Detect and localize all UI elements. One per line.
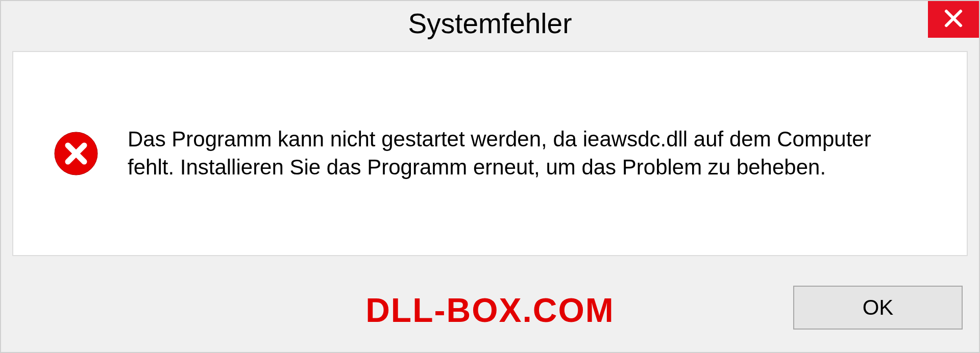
content-panel: Das Programm kann nicht gestartet werden… [12, 51, 968, 256]
close-button[interactable] [928, 1, 979, 38]
dialog-title: Systemfehler [408, 7, 572, 40]
titlebar: Systemfehler [1, 1, 979, 46]
dialog-footer: DLL-BOX.COM OK [1, 263, 979, 352]
error-icon [54, 132, 98, 175]
error-dialog: Systemfehler Das Programm kann nicht ges… [0, 0, 980, 353]
watermark-text: DLL-BOX.COM [365, 291, 615, 330]
ok-button[interactable]: OK [793, 286, 963, 330]
close-icon [943, 8, 964, 31]
error-message: Das Programm kann nicht gestartet werden… [128, 125, 919, 181]
